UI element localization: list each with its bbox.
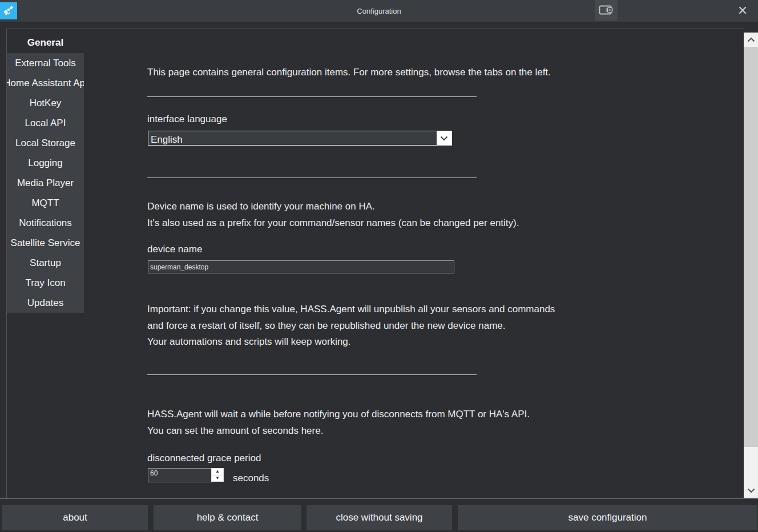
scrollbar-thumb[interactable] bbox=[744, 47, 758, 447]
close-without-saving-button[interactable]: close without saving bbox=[307, 505, 452, 530]
help-contact-button[interactable]: help & contact bbox=[154, 505, 301, 530]
tab-startup[interactable]: Startup bbox=[7, 253, 84, 273]
tab-logging[interactable]: Logging bbox=[7, 153, 84, 173]
window-title: Configuration bbox=[0, 0, 758, 22]
tab-media-player[interactable]: Media Player bbox=[7, 173, 84, 193]
grace-period-label: disconnected grace period bbox=[147, 453, 261, 464]
separator bbox=[147, 178, 477, 178]
separator bbox=[147, 374, 477, 375]
spinner-up-icon: ▲ bbox=[215, 469, 220, 474]
intro-text: This page contains general configuration… bbox=[147, 64, 551, 80]
interface-language-select[interactable]: English bbox=[148, 131, 452, 146]
monitor-preview-icon bbox=[599, 5, 614, 16]
tab-notifications[interactable]: Notifications bbox=[7, 213, 84, 233]
titlebar: Configuration ✕ bbox=[0, 0, 758, 22]
tab-mqtt[interactable]: MQTT bbox=[7, 193, 84, 213]
grace-period-value: 60 bbox=[150, 469, 158, 477]
close-button[interactable]: ✕ bbox=[729, 0, 756, 22]
sidebar-tabs: General External Tools Home Assistant Ap… bbox=[7, 33, 84, 313]
tab-hotkey[interactable]: HotKey bbox=[7, 93, 84, 113]
tab-local-api[interactable]: Local API bbox=[7, 113, 84, 133]
separator bbox=[147, 96, 477, 97]
device-name-input[interactable]: superman_desktop bbox=[148, 260, 454, 273]
save-configuration-button[interactable]: save configuration bbox=[458, 505, 757, 530]
chevron-down-icon bbox=[747, 488, 755, 493]
grace-period-input[interactable]: 60 bbox=[148, 468, 212, 482]
chevron-down-icon bbox=[440, 136, 448, 141]
monitor-preview-button[interactable] bbox=[595, 0, 618, 21]
app-logo-satellite-icon bbox=[0, 2, 17, 19]
footer-separator bbox=[0, 498, 758, 499]
tab-general[interactable]: General bbox=[7, 33, 84, 53]
tab-tray-icon[interactable]: Tray Icon bbox=[7, 273, 84, 293]
interface-language-label: interface language bbox=[147, 114, 227, 125]
vertical-scrollbar[interactable] bbox=[744, 33, 758, 498]
device-name-value: superman_desktop bbox=[150, 263, 208, 271]
interface-language-value: English bbox=[151, 134, 183, 146]
close-icon: ✕ bbox=[737, 3, 748, 18]
tab-external-tools[interactable]: External Tools bbox=[7, 53, 84, 73]
about-button[interactable]: about bbox=[2, 505, 148, 530]
grace-period-unit-label: seconds bbox=[233, 473, 269, 484]
grace-period-description: HASS.Agent will wait a while before noti… bbox=[147, 406, 530, 439]
spinner-up-button[interactable]: ▲ bbox=[212, 469, 223, 475]
tab-home-assistant-api[interactable]: Home Assistant Api bbox=[7, 73, 84, 93]
scrollbar-up-button[interactable] bbox=[744, 33, 758, 47]
scrollbar-down-button[interactable] bbox=[744, 483, 758, 498]
tab-updates[interactable]: Updates bbox=[7, 293, 84, 313]
spinner-down-button[interactable]: ▼ bbox=[212, 475, 223, 482]
tab-local-storage[interactable]: Local Storage bbox=[7, 133, 84, 153]
device-name-description: Device name is used to identify your mac… bbox=[147, 198, 519, 231]
spinner-down-icon: ▼ bbox=[215, 476, 220, 481]
device-name-label: device name bbox=[147, 244, 202, 255]
chevron-up-icon bbox=[747, 37, 755, 42]
important-note: Important: if you change this value, HAS… bbox=[147, 301, 555, 350]
combo-dropdown-button[interactable] bbox=[437, 131, 451, 145]
grace-period-stepper: ▲ ▼ bbox=[211, 468, 224, 482]
tab-satellite-service[interactable]: Satellite Service bbox=[7, 233, 84, 253]
